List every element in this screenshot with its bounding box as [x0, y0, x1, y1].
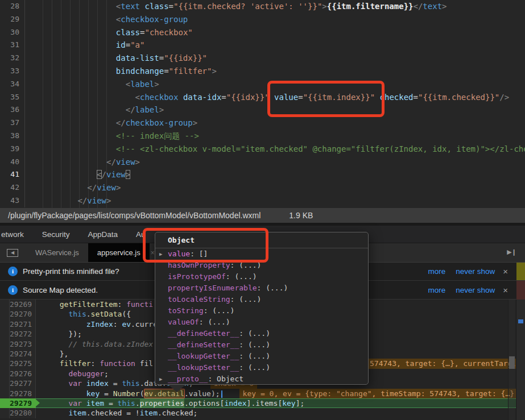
property-value: (...) [248, 352, 270, 360]
code-line[interactable]: 42 </view> [0, 181, 525, 194]
line-number[interactable]: 28 [0, 0, 25, 13]
breakpoint-gutter[interactable] [0, 300, 10, 309]
breakpoint-gutter[interactable] [0, 379, 10, 388]
file-tab-appservice.js[interactable]: appservice.js [88, 243, 150, 262]
panel-tab-au[interactable]: Au [136, 230, 146, 239]
file-tab-list: WAService.jsappservice.js× [26, 243, 155, 262]
line-number[interactable]: 41 [0, 168, 25, 181]
line-number[interactable]: 29275 [10, 359, 36, 368]
infobar-link-more[interactable]: more [428, 267, 445, 276]
popup-property-row[interactable]: toString: (...) [155, 305, 368, 317]
line-number[interactable]: 34 [0, 78, 25, 91]
popup-property-row[interactable]: toLocaleString: (...) [155, 294, 368, 305]
code-line[interactable]: 35 <checkbox data-idx="{{idx}}" value="{… [0, 91, 525, 104]
property-name: toLocaleString [168, 295, 230, 303]
code-line[interactable]: 43 </view> [0, 194, 525, 207]
code-line[interactable]: 33 bindchange="filtfer"> [0, 65, 525, 78]
close-tab-icon[interactable]: × [151, 243, 155, 262]
line-number[interactable]: 32 [0, 52, 25, 65]
source-line[interactable]: 29278 key = Number(ev.detail.value);key … [0, 389, 525, 398]
breakpoint-gutter[interactable] [0, 309, 10, 319]
infobar-link-never-show[interactable]: never show [456, 286, 495, 294]
popup-property-row[interactable]: __defineSetter__: (...) [155, 339, 368, 351]
popup-property-row[interactable]: __lookupGetter__: (...) [155, 351, 368, 362]
code-line[interactable]: 32 data-list="{{idx}}" [0, 52, 525, 65]
popup-property-row[interactable]: ▶__proto__: Object [155, 373, 368, 385]
source-line[interactable]: 29279 var item = this.properties.options… [0, 398, 525, 408]
breakpoint-gutter[interactable] [0, 389, 10, 398]
line-number[interactable]: 29271 [10, 319, 36, 329]
line-number[interactable]: 29269 [10, 300, 36, 309]
line-number[interactable]: 29279 [10, 398, 36, 408]
property-value: (...) [234, 272, 257, 281]
close-icon[interactable]: × [503, 285, 508, 295]
expand-triangle-icon[interactable]: ▶ [159, 373, 162, 385]
line-number[interactable]: 42 [0, 181, 25, 194]
line-number[interactable]: 29270 [10, 309, 36, 319]
code-line[interactable]: 31 id="a" [0, 39, 525, 52]
code-line[interactable]: 36 </label> [0, 103, 525, 117]
popup-property-row[interactable]: ▶value: [] [155, 248, 368, 260]
popup-property-row[interactable]: isPrototypeOf: (...) [155, 271, 368, 282]
line-number[interactable]: 31 [0, 39, 25, 52]
line-number[interactable]: 29276 [10, 369, 36, 379]
source-line[interactable]: 29280 item.checked = !item.checked; [0, 408, 525, 418]
scrollbar-thumb[interactable] [509, 356, 515, 369]
property-value: Object [217, 375, 243, 383]
line-number[interactable]: 29273 [10, 339, 36, 349]
property-value: (...) [239, 295, 261, 303]
line-number[interactable]: 29277 [10, 379, 36, 388]
line-number[interactable]: 29274 [10, 349, 36, 359]
property-value: (...) [266, 284, 288, 292]
close-icon[interactable]: × [503, 267, 508, 276]
panel-tab-appdata[interactable]: AppData [88, 230, 118, 239]
navigator-toggle-icon[interactable]: ▶❙ [507, 248, 516, 256]
execution-pointer [35, 398, 40, 407]
breakpoint-gutter[interactable] [0, 339, 10, 349]
line-number[interactable]: 36 [0, 103, 25, 117]
line-number[interactable]: 29280 [10, 408, 36, 418]
infobar-link-more[interactable]: more [428, 286, 445, 294]
code-line[interactable]: 30 class="checkbox" [0, 26, 525, 39]
source-scrollbar[interactable] [508, 300, 515, 420]
code-line[interactable]: 38 <!-- index问题 --> [0, 130, 525, 143]
popup-property-row[interactable]: hasOwnProperty: (...) [155, 260, 368, 271]
popup-rows: ▶value: []hasOwnProperty: (...)isPrototy… [155, 248, 368, 385]
line-number[interactable]: 35 [0, 91, 25, 104]
popup-property-row[interactable]: propertyIsEnumerable: (...) [155, 282, 368, 294]
popup-property-row[interactable]: __defineGetter__: (...) [155, 328, 368, 339]
expand-triangle-icon[interactable]: ▶ [159, 248, 162, 260]
line-number[interactable]: 29278 [10, 389, 36, 398]
breakpoint-gutter[interactable] [0, 329, 10, 339]
code-line[interactable]: 29 <checkbox-group [0, 13, 525, 26]
file-tab-waservice.js[interactable]: WAService.js [26, 243, 88, 262]
code-line[interactable]: 28 <text class="{{itm.checked? 'active':… [0, 0, 525, 13]
breakpoint-gutter[interactable] [0, 319, 10, 329]
code-line[interactable]: 34 <label> [0, 78, 525, 91]
panel-tab-security[interactable]: Security [42, 230, 70, 239]
line-number[interactable]: 37 [0, 117, 25, 130]
breakpoint-gutter[interactable] [0, 349, 10, 359]
sidebar-toggle-icon[interactable]: ◀ [7, 249, 18, 257]
infobar-link-never-show[interactable]: never show [456, 267, 495, 276]
breakpoint-gutter[interactable] [0, 408, 10, 418]
line-number[interactable]: 39 [0, 143, 25, 156]
code-line[interactable]: 39 <!-- <zl-checkbox v-model="item.check… [0, 143, 525, 156]
line-number[interactable]: 38 [0, 130, 25, 143]
popup-property-row[interactable]: __lookupSetter__: (...) [155, 362, 368, 373]
breakpoint-gutter[interactable] [0, 398, 10, 408]
popup-property-row[interactable]: valueOf: (...) [155, 317, 368, 328]
wxml-editor[interactable]: 28 <text class="{{itm.checked? 'active':… [0, 0, 525, 208]
code-line[interactable]: 41 </view> [0, 168, 525, 181]
code-line[interactable]: 40 </view> [0, 156, 525, 169]
line-number[interactable]: 40 [0, 156, 25, 169]
breakpoint-gutter[interactable] [0, 369, 10, 379]
line-number[interactable]: 29 [0, 13, 25, 26]
line-number[interactable]: 33 [0, 65, 25, 78]
line-number[interactable]: 43 [0, 194, 25, 207]
panel-tab-etwork[interactable]: etwork [1, 230, 24, 239]
line-number[interactable]: 30 [0, 26, 25, 39]
code-line[interactable]: 37 </checkbox-group> [0, 117, 525, 130]
breakpoint-gutter[interactable] [0, 359, 10, 368]
line-number[interactable]: 29272 [10, 329, 36, 339]
